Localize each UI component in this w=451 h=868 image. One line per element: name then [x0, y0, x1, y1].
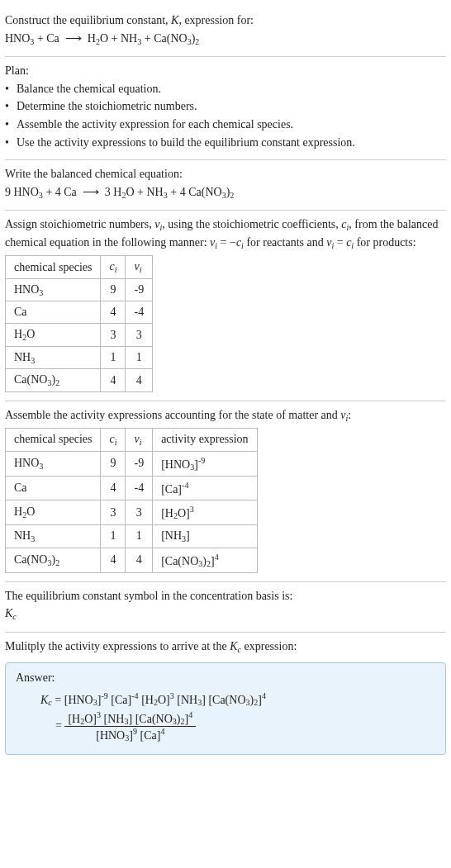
answer-line-1: Kc = [HNO3]-9 [Ca]-4 [H2O]3 [NH3] [Ca(NO… [16, 691, 435, 707]
col-species: chemical species [6, 429, 101, 452]
col-c: ci [101, 256, 126, 279]
cell-c: 4 [101, 548, 126, 572]
cell-activity: [Ca(NO3)2]4 [153, 548, 257, 572]
bullet-dot: • [5, 97, 17, 116]
activity-section: Assemble the activity expressions accoun… [5, 401, 446, 582]
fraction-denominator: [HNO3]9 [Ca]4 [64, 727, 196, 742]
cell-v: 3 [126, 324, 153, 347]
cell-species: Ca [6, 476, 101, 500]
balanced-section: Write the balanced chemical equation: 9 … [5, 160, 446, 211]
table-row: Ca4-4[Ca]-4 [6, 476, 258, 500]
answer-box: Answer: Kc = [HNO3]-9 [Ca]-4 [H2O]3 [NH3… [5, 662, 446, 755]
col-v: νi [126, 256, 153, 279]
bullet-dot: • [5, 116, 17, 134]
cell-v: 4 [126, 548, 153, 572]
answer-title: Answer: [16, 671, 435, 685]
eqconst-section: The equilibrium constant symbol in the c… [5, 582, 446, 633]
cell-c: 4 [101, 476, 126, 500]
title-text-a: Construct the equilibrium constant, [5, 14, 171, 26]
cell-c: 1 [101, 346, 126, 369]
table-row: NH311[NH3] [6, 525, 258, 548]
title-text-b: , expression for: [178, 14, 254, 26]
balanced-title: Write the balanced chemical equation: [5, 165, 446, 183]
question-title: Construct the equilibrium constant, K, e… [5, 12, 446, 30]
col-activity: activity expression [153, 429, 257, 452]
cell-c: 9 [101, 451, 126, 476]
plan-section: Plan: •Balance the chemical equation. •D… [5, 57, 446, 160]
cell-v: 3 [126, 500, 153, 525]
col-species: chemical species [6, 256, 101, 279]
cell-c: 9 [101, 278, 126, 301]
eqconst-symbol: Kc [5, 605, 446, 623]
cell-species: NH3 [6, 525, 101, 548]
cell-species: H2O [6, 500, 101, 525]
cell-v: -9 [126, 278, 153, 301]
cell-v: -9 [126, 451, 153, 476]
balanced-equation: 9 HNO3 + 4 Ca ⟶ 3 H2O + NH3 + 4 Ca(NO3)2 [5, 183, 446, 202]
cell-c: 4 [101, 369, 126, 392]
cell-activity: [HNO3]-9 [153, 451, 257, 476]
cell-v: -4 [126, 476, 153, 500]
cell-activity: [NH3] [153, 525, 257, 548]
cell-c: 4 [101, 301, 126, 324]
cell-v: 4 [126, 369, 153, 392]
multiply-text: Mulitply the activity expressions to arr… [5, 638, 446, 656]
eqconst-text: The equilibrium constant symbol in the c… [5, 587, 446, 605]
bullet-dot: • [5, 80, 17, 98]
cell-v: 1 [126, 346, 153, 369]
fraction-numerator: [H2O]3 [NH3] [Ca(NO3)2]4 [64, 710, 196, 727]
plan-item: •Assemble the activity expression for ea… [5, 116, 446, 134]
table-header-row: chemical species ci νi activity expressi… [6, 429, 258, 452]
table-row: Ca(NO3)244 [6, 369, 153, 392]
stoich-section: Assign stoichiometric numbers, νi, using… [5, 211, 446, 401]
cell-v: 1 [126, 525, 153, 548]
table-header-row: chemical species ci νi [6, 256, 153, 279]
answer-section: Mulitply the activity expressions to arr… [5, 633, 446, 763]
plan-item-text: Balance the chemical equation. [17, 80, 161, 98]
cell-c: 3 [101, 500, 126, 525]
cell-c: 1 [101, 525, 126, 548]
table-row: HNO39-9[HNO3]-9 [6, 451, 258, 476]
answer-line-2: = [H2O]3 [NH3] [Ca(NO3)2]4 [HNO3]9 [Ca]4 [16, 710, 435, 742]
table-row: NH311 [6, 346, 153, 369]
plan-item-text: Use the activity expressions to build th… [17, 134, 355, 152]
k-symbol: K [171, 14, 178, 26]
cell-species: H2O [6, 324, 101, 347]
activity-intro: Assemble the activity expressions accoun… [5, 406, 446, 425]
question-header: Construct the equilibrium constant, K, e… [5, 7, 446, 57]
cell-species: Ca(NO3)2 [6, 369, 101, 392]
cell-species: Ca(NO3)2 [6, 548, 101, 572]
table-row: H2O33 [6, 324, 153, 347]
cell-species: NH3 [6, 346, 101, 369]
col-v: νi [126, 429, 153, 452]
table-row: H2O33[H2O]3 [6, 500, 258, 525]
cell-c: 3 [101, 324, 126, 347]
plan-item: •Determine the stoichiometric numbers. [5, 97, 446, 116]
table-row: HNO39-9 [6, 278, 153, 301]
plan-item: •Balance the chemical equation. [5, 80, 446, 98]
plan-title: Plan: [5, 62, 446, 80]
cell-species: HNO3 [6, 451, 101, 476]
cell-v: -4 [126, 301, 153, 324]
cell-species: HNO3 [6, 278, 101, 301]
cell-species: Ca [6, 301, 101, 324]
table-row: Ca(NO3)244[Ca(NO3)2]4 [6, 548, 258, 572]
fraction: [H2O]3 [NH3] [Ca(NO3)2]4 [HNO3]9 [Ca]4 [64, 710, 196, 742]
col-c: ci [101, 429, 126, 452]
table-row: Ca4-4 [6, 301, 153, 324]
cell-activity: [Ca]-4 [153, 476, 257, 500]
plan-item: •Use the activity expressions to build t… [5, 134, 446, 152]
bullet-dot: • [5, 134, 17, 152]
stoich-table: chemical species ci νi HNO39-9 Ca4-4 H2O… [5, 255, 153, 392]
unbalanced-equation: HNO3 + Ca ⟶ H2O + NH3 + Ca(NO3)2 [5, 30, 446, 48]
plan-item-text: Determine the stoichiometric numbers. [17, 97, 197, 116]
stoich-intro: Assign stoichiometric numbers, νi, using… [5, 216, 446, 252]
cell-activity: [H2O]3 [153, 500, 257, 525]
activity-table: chemical species ci νi activity expressi… [5, 428, 258, 573]
plan-item-text: Assemble the activity expression for eac… [17, 116, 293, 134]
